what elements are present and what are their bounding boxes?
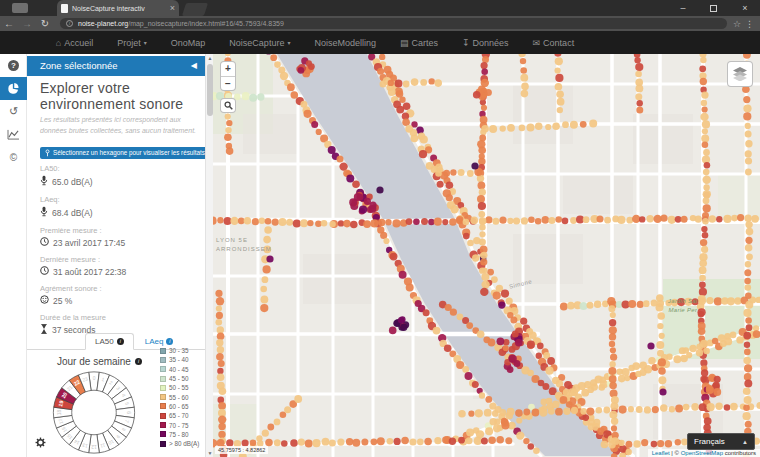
sidebar-icon-strip: ? ↺ ©	[0, 54, 27, 457]
stat-row: Dernière mesure :31 août 2017 22:38	[40, 255, 200, 277]
collapse-panel-icon[interactable]: ◀	[191, 56, 197, 76]
panel-header: Zone sélectionnée ◀	[27, 56, 205, 76]
osm-link[interactable]: OpenStreetMap	[681, 450, 723, 456]
noise-legend: 30 - 3535 - 4040 - 4545 - 5050 - 5555 - …	[160, 346, 205, 448]
nav-item-donnees[interactable]: ↧Données	[462, 38, 509, 48]
forward-icon[interactable]: →	[18, 19, 36, 29]
stat-value-text: 25 %	[53, 296, 72, 306]
legend-label: 50 - 55	[169, 384, 189, 391]
question-icon: ?	[8, 60, 19, 71]
leaflet-link[interactable]: Leaflet	[652, 450, 670, 456]
nav-item-noisecapture[interactable]: NoiseCapture▾	[229, 38, 290, 48]
legend-label: 55 - 60	[169, 394, 189, 401]
stat-value-text: 31 août 2017 22:38	[53, 267, 126, 277]
help-button[interactable]: ?	[0, 54, 27, 77]
notice-text: Les résultats présentés ici corresponden…	[40, 114, 202, 136]
legend-swatch	[160, 376, 166, 382]
nav-item-noisemodelling[interactable]: NoiseModelling	[314, 38, 376, 48]
browser-menu-icon[interactable]: ⋮	[745, 19, 754, 29]
back-icon[interactable]: ←	[0, 19, 18, 29]
legend-swatch	[160, 422, 166, 428]
legend-label: 40 - 45	[169, 366, 189, 373]
settings-gear-icon[interactable]	[35, 434, 46, 452]
download-icon: ↧	[462, 38, 470, 48]
layers-control[interactable]	[727, 61, 753, 87]
reload-icon[interactable]: ↻	[36, 19, 54, 29]
nav-item-cartes[interactable]: ▤Cartes	[400, 38, 438, 48]
stat-label: Durée de la mesure	[40, 313, 200, 322]
info-icon[interactable]: i	[135, 358, 142, 365]
nav-item-projet[interactable]: Projet▾	[117, 38, 147, 48]
nav-item-label: Données	[473, 38, 509, 48]
legend-row: 40 - 45	[160, 365, 205, 374]
sidebar-panel: Zone sélectionnée ◀ Explorer votre envir…	[27, 54, 205, 457]
microphone-icon	[40, 175, 48, 188]
address-bar[interactable]: i noise-planet.org /map_noisecapture/ind…	[60, 18, 727, 29]
legend-swatch	[160, 357, 166, 363]
legend-label: 60 - 65	[169, 403, 189, 410]
legend-label: 35 - 40	[169, 356, 189, 363]
stat-value-text: 68.4 dB(A)	[52, 208, 93, 218]
caret-up-icon: ▲	[742, 439, 748, 445]
stats-panel-button[interactable]	[0, 77, 27, 100]
browser-window: NoiseCapture interactiv × – × ← → ↻ i no…	[0, 0, 760, 457]
map-icon: ▤	[400, 38, 409, 48]
nav-item-label: Projet	[117, 38, 141, 48]
stat-row: Première mesure :23 avril 2017 17:45	[40, 226, 200, 248]
legend-swatch	[160, 431, 166, 437]
window-maximize-button[interactable]	[710, 5, 717, 12]
copyright-icon: ©	[10, 152, 17, 163]
sidebar-scrollbar[interactable]: ▲ ▼	[205, 54, 213, 457]
legend-row: 65 - 70	[160, 411, 205, 420]
zoom-out-button[interactable]: −	[221, 76, 235, 90]
legend-swatch	[160, 348, 166, 354]
credits-button[interactable]: ©	[0, 146, 27, 169]
legend-row: 60 - 65	[160, 402, 205, 411]
stat-value: 31 août 2017 22:38	[40, 266, 200, 277]
nav-item-label: NoiseModelling	[314, 38, 376, 48]
stat-label: LA50:	[40, 164, 200, 173]
browser-app-icon[interactable]	[12, 3, 28, 13]
language-selector[interactable]: Français ▲	[687, 433, 755, 450]
stat-row: LA50:65.0 dB(A)	[40, 164, 200, 188]
zoom-in-button[interactable]: +	[221, 62, 235, 76]
search-button[interactable]	[220, 98, 236, 113]
tab-la50[interactable]: LA50i	[85, 333, 134, 350]
tab-title: NoiseCapture interactiv	[72, 5, 167, 12]
timeline-button[interactable]	[0, 123, 27, 146]
svg-text:0: 0	[93, 376, 96, 381]
zoom-control: + −	[220, 61, 236, 91]
tab-label: LAeq	[145, 337, 164, 346]
new-tab-button[interactable]	[182, 3, 208, 16]
map-attribution: Leaflet | © OpenStreetMap contributors	[648, 449, 760, 457]
legend-row: 50 - 55	[160, 383, 205, 392]
window-minimize-button[interactable]: –	[680, 3, 685, 13]
page-info-icon[interactable]: i	[66, 20, 73, 27]
url-path: /map_noisecapture/index.html#16/45.7593/…	[128, 20, 284, 27]
pie-chart-icon	[7, 82, 20, 95]
legend-label: > 80 dB(A)	[169, 440, 199, 447]
map-canvas[interactable]	[213, 54, 760, 457]
svg-text:6: 6	[126, 411, 131, 414]
hour-donut-chart: 01234567891011121314151617181920212223	[35, 368, 153, 457]
envelope-icon: ✉	[533, 38, 541, 48]
nav-item-contact[interactable]: ✉Contact	[533, 38, 575, 48]
bookmark-star-icon[interactable]: ☆	[733, 19, 741, 29]
clock-icon	[40, 266, 49, 277]
legend-label: 70 - 75	[169, 422, 189, 429]
nav-item-accueil[interactable]: ⌂Accueil	[56, 38, 93, 48]
browser-tab[interactable]: NoiseCapture interactiv ×	[57, 0, 179, 16]
legend-row: 75 - 80	[160, 430, 205, 439]
stat-label: Agrément sonore :	[40, 284, 200, 293]
stat-label: Dernière mesure :	[40, 255, 200, 264]
main-content: ? ↺ © Zone sélectionnée ◀	[0, 54, 760, 457]
stat-row: Agrément sonore :25 %	[40, 284, 200, 306]
nav-item-onomap[interactable]: OnoMap	[171, 38, 206, 48]
window-close-button[interactable]: ×	[742, 3, 747, 13]
history-button[interactable]: ↺	[0, 100, 27, 123]
nav-item-label: Accueil	[64, 38, 93, 48]
language-label: Français	[694, 437, 725, 446]
svg-text:18: 18	[57, 410, 62, 416]
tab-close-icon[interactable]: ×	[170, 4, 175, 13]
noise-map[interactable]: LYON 5E ARRONDISSEM Simone Jardin Sai Ma…	[213, 54, 760, 457]
